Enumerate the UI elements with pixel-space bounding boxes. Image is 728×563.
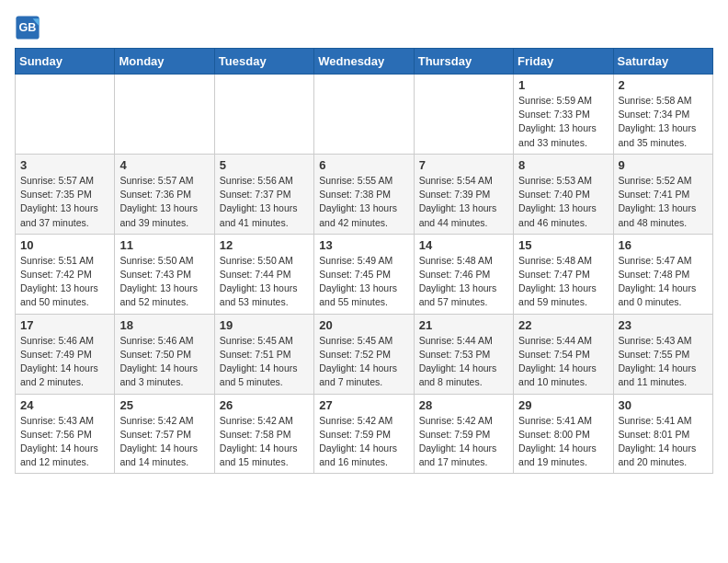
day-number: 18 bbox=[119, 318, 209, 332]
page-header: GB bbox=[15, 15, 713, 40]
day-number: 25 bbox=[119, 398, 209, 412]
day-number: 30 bbox=[619, 398, 708, 412]
day-info: Sunrise: 5:51 AMSunset: 7:42 PMDaylight:… bbox=[20, 254, 109, 310]
svg-text:GB: GB bbox=[19, 21, 37, 34]
logo: GB bbox=[15, 15, 44, 40]
day-number: 17 bbox=[20, 318, 109, 332]
calendar-cell: 17Sunrise: 5:46 AMSunset: 7:49 PMDayligh… bbox=[16, 314, 115, 394]
day-info: Sunrise: 5:55 AMSunset: 7:38 PMDaylight:… bbox=[319, 174, 408, 230]
calendar-cell bbox=[414, 75, 513, 155]
calendar-cell: 10Sunrise: 5:51 AMSunset: 7:42 PMDayligh… bbox=[16, 234, 115, 314]
calendar-cell: 4Sunrise: 5:57 AMSunset: 7:36 PMDaylight… bbox=[115, 154, 214, 234]
day-number: 23 bbox=[619, 318, 708, 332]
day-info: Sunrise: 5:42 AMSunset: 7:59 PMDaylight:… bbox=[319, 414, 408, 470]
calendar-cell bbox=[314, 75, 414, 155]
calendar-cell: 7Sunrise: 5:54 AMSunset: 7:39 PMDaylight… bbox=[414, 154, 513, 234]
calendar-cell: 29Sunrise: 5:41 AMSunset: 8:00 PMDayligh… bbox=[514, 394, 613, 474]
day-info: Sunrise: 5:42 AMSunset: 7:59 PMDaylight:… bbox=[419, 414, 508, 470]
day-info: Sunrise: 5:58 AMSunset: 7:34 PMDaylight:… bbox=[619, 94, 708, 150]
day-number: 3 bbox=[20, 158, 109, 172]
weekday-header-tuesday: Tuesday bbox=[214, 49, 313, 75]
weekday-header-friday: Friday bbox=[514, 49, 613, 75]
day-number: 29 bbox=[518, 398, 608, 412]
calendar-cell: 3Sunrise: 5:57 AMSunset: 7:35 PMDaylight… bbox=[16, 154, 115, 234]
day-number: 1 bbox=[518, 78, 608, 92]
day-number: 26 bbox=[220, 398, 309, 412]
calendar-week-4: 17Sunrise: 5:46 AMSunset: 7:49 PMDayligh… bbox=[16, 314, 713, 394]
calendar-cell bbox=[16, 75, 115, 155]
calendar-cell: 13Sunrise: 5:49 AMSunset: 7:45 PMDayligh… bbox=[314, 234, 414, 314]
calendar-cell: 2Sunrise: 5:58 AMSunset: 7:34 PMDaylight… bbox=[613, 75, 712, 155]
day-number: 5 bbox=[220, 158, 309, 172]
calendar-cell: 5Sunrise: 5:56 AMSunset: 7:37 PMDaylight… bbox=[214, 154, 313, 234]
weekday-header-sunday: Sunday bbox=[16, 49, 115, 75]
day-info: Sunrise: 5:54 AMSunset: 7:39 PMDaylight:… bbox=[419, 174, 508, 230]
day-info: Sunrise: 5:42 AMSunset: 7:58 PMDaylight:… bbox=[220, 414, 309, 470]
day-info: Sunrise: 5:43 AMSunset: 7:55 PMDaylight:… bbox=[619, 334, 708, 390]
calendar-cell: 22Sunrise: 5:44 AMSunset: 7:54 PMDayligh… bbox=[514, 314, 613, 394]
calendar-week-1: 1Sunrise: 5:59 AMSunset: 7:33 PMDaylight… bbox=[16, 75, 713, 155]
day-number: 27 bbox=[319, 398, 408, 412]
calendar-week-5: 24Sunrise: 5:43 AMSunset: 7:56 PMDayligh… bbox=[16, 394, 713, 474]
calendar-table: SundayMondayTuesdayWednesdayThursdayFrid… bbox=[15, 48, 713, 474]
calendar-cell: 30Sunrise: 5:41 AMSunset: 8:01 PMDayligh… bbox=[613, 394, 712, 474]
day-number: 9 bbox=[619, 158, 708, 172]
day-number: 14 bbox=[419, 238, 508, 252]
day-info: Sunrise: 5:44 AMSunset: 7:53 PMDaylight:… bbox=[419, 334, 508, 390]
calendar-cell: 19Sunrise: 5:45 AMSunset: 7:51 PMDayligh… bbox=[214, 314, 313, 394]
day-number: 20 bbox=[319, 318, 408, 332]
calendar-cell: 15Sunrise: 5:48 AMSunset: 7:47 PMDayligh… bbox=[514, 234, 613, 314]
day-info: Sunrise: 5:59 AMSunset: 7:33 PMDaylight:… bbox=[518, 94, 608, 150]
calendar-cell bbox=[214, 75, 313, 155]
weekday-header-monday: Monday bbox=[115, 49, 214, 75]
day-number: 6 bbox=[319, 158, 408, 172]
day-info: Sunrise: 5:48 AMSunset: 7:47 PMDaylight:… bbox=[518, 254, 608, 310]
weekday-header-thursday: Thursday bbox=[414, 49, 513, 75]
calendar-week-3: 10Sunrise: 5:51 AMSunset: 7:42 PMDayligh… bbox=[16, 234, 713, 314]
day-number: 13 bbox=[319, 238, 408, 252]
day-info: Sunrise: 5:44 AMSunset: 7:54 PMDaylight:… bbox=[518, 334, 608, 390]
calendar-cell: 26Sunrise: 5:42 AMSunset: 7:58 PMDayligh… bbox=[214, 394, 313, 474]
weekday-header-wednesday: Wednesday bbox=[314, 49, 414, 75]
day-info: Sunrise: 5:42 AMSunset: 7:57 PMDaylight:… bbox=[119, 414, 209, 470]
day-number: 2 bbox=[619, 78, 708, 92]
calendar-cell: 24Sunrise: 5:43 AMSunset: 7:56 PMDayligh… bbox=[16, 394, 115, 474]
day-info: Sunrise: 5:43 AMSunset: 7:56 PMDaylight:… bbox=[20, 414, 109, 470]
day-info: Sunrise: 5:48 AMSunset: 7:46 PMDaylight:… bbox=[419, 254, 508, 310]
calendar-cell: 12Sunrise: 5:50 AMSunset: 7:44 PMDayligh… bbox=[214, 234, 313, 314]
day-info: Sunrise: 5:50 AMSunset: 7:44 PMDaylight:… bbox=[220, 254, 309, 310]
day-info: Sunrise: 5:50 AMSunset: 7:43 PMDaylight:… bbox=[119, 254, 209, 310]
day-info: Sunrise: 5:57 AMSunset: 7:36 PMDaylight:… bbox=[119, 174, 209, 230]
calendar-cell: 14Sunrise: 5:48 AMSunset: 7:46 PMDayligh… bbox=[414, 234, 513, 314]
day-info: Sunrise: 5:46 AMSunset: 7:50 PMDaylight:… bbox=[119, 334, 209, 390]
calendar-cell: 1Sunrise: 5:59 AMSunset: 7:33 PMDaylight… bbox=[514, 75, 613, 155]
calendar-cell bbox=[115, 75, 214, 155]
calendar-cell: 18Sunrise: 5:46 AMSunset: 7:50 PMDayligh… bbox=[115, 314, 214, 394]
calendar-week-2: 3Sunrise: 5:57 AMSunset: 7:35 PMDaylight… bbox=[16, 154, 713, 234]
calendar-cell: 20Sunrise: 5:45 AMSunset: 7:52 PMDayligh… bbox=[314, 314, 414, 394]
day-info: Sunrise: 5:47 AMSunset: 7:48 PMDaylight:… bbox=[619, 254, 708, 310]
calendar-cell: 9Sunrise: 5:52 AMSunset: 7:41 PMDaylight… bbox=[613, 154, 712, 234]
day-number: 11 bbox=[119, 238, 209, 252]
calendar-cell: 6Sunrise: 5:55 AMSunset: 7:38 PMDaylight… bbox=[314, 154, 414, 234]
calendar-cell: 23Sunrise: 5:43 AMSunset: 7:55 PMDayligh… bbox=[613, 314, 712, 394]
day-number: 12 bbox=[220, 238, 309, 252]
calendar-cell: 11Sunrise: 5:50 AMSunset: 7:43 PMDayligh… bbox=[115, 234, 214, 314]
day-number: 7 bbox=[419, 158, 508, 172]
calendar-cell: 25Sunrise: 5:42 AMSunset: 7:57 PMDayligh… bbox=[115, 394, 214, 474]
day-number: 24 bbox=[20, 398, 109, 412]
day-number: 10 bbox=[20, 238, 109, 252]
calendar-cell: 21Sunrise: 5:44 AMSunset: 7:53 PMDayligh… bbox=[414, 314, 513, 394]
day-number: 16 bbox=[619, 238, 708, 252]
day-info: Sunrise: 5:53 AMSunset: 7:40 PMDaylight:… bbox=[518, 174, 608, 230]
day-info: Sunrise: 5:45 AMSunset: 7:52 PMDaylight:… bbox=[319, 334, 408, 390]
day-number: 19 bbox=[220, 318, 309, 332]
day-info: Sunrise: 5:52 AMSunset: 7:41 PMDaylight:… bbox=[619, 174, 708, 230]
day-info: Sunrise: 5:41 AMSunset: 8:01 PMDaylight:… bbox=[619, 414, 708, 470]
day-info: Sunrise: 5:57 AMSunset: 7:35 PMDaylight:… bbox=[20, 174, 109, 230]
day-number: 21 bbox=[419, 318, 508, 332]
calendar-cell: 16Sunrise: 5:47 AMSunset: 7:48 PMDayligh… bbox=[613, 234, 712, 314]
logo-icon: GB bbox=[15, 15, 40, 40]
weekday-header-saturday: Saturday bbox=[613, 49, 712, 75]
day-info: Sunrise: 5:49 AMSunset: 7:45 PMDaylight:… bbox=[319, 254, 408, 310]
